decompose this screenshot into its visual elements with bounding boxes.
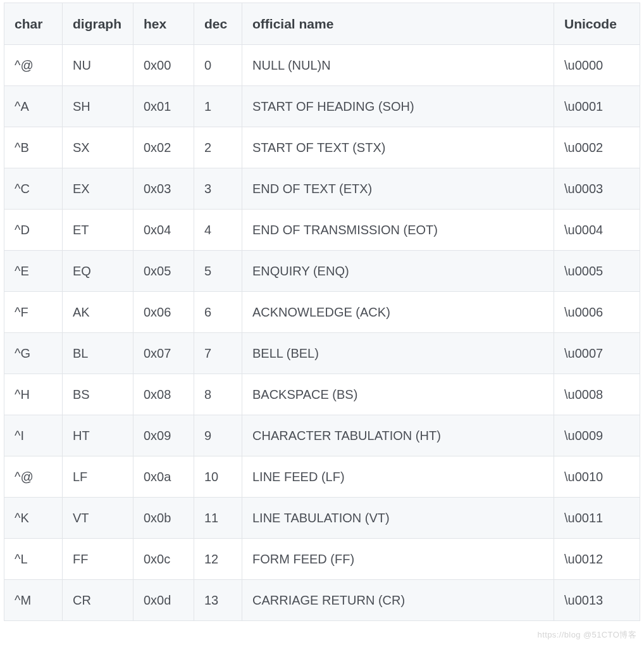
cell-char: ^B (4, 127, 63, 168)
cell-hex: 0x03 (133, 168, 194, 210)
cell-char: ^I (4, 415, 63, 456)
cell-dec: 1 (194, 86, 242, 127)
col-header-dec: dec (194, 3, 242, 45)
cell-hex: 0x08 (133, 374, 194, 415)
cell-dec: 7 (194, 333, 242, 374)
cell-dec: 8 (194, 374, 242, 415)
table-row: ^B SX 0x02 2 START OF TEXT (STX) \u0002 (4, 127, 640, 168)
table-row: ^K VT 0x0b 11 LINE TABULATION (VT) \u001… (4, 498, 640, 539)
cell-hex: 0x0a (133, 456, 194, 498)
cell-char: ^F (4, 292, 63, 333)
cell-name: START OF TEXT (STX) (242, 127, 554, 168)
cell-char: ^A (4, 86, 63, 127)
cell-dec: 12 (194, 539, 242, 580)
cell-unicode: \u0000 (554, 45, 640, 86)
cell-dec: 9 (194, 415, 242, 456)
cell-hex: 0x0c (133, 539, 194, 580)
cell-digraph: AK (63, 292, 133, 333)
table-row: ^G BL 0x07 7 BELL (BEL) \u0007 (4, 333, 640, 374)
cell-char: ^D (4, 210, 63, 251)
cell-char: ^H (4, 374, 63, 415)
cell-char: ^E (4, 251, 63, 292)
cell-unicode: \u0013 (554, 580, 640, 621)
cell-hex: 0x05 (133, 251, 194, 292)
table-row: ^H BS 0x08 8 BACKSPACE (BS) \u0008 (4, 374, 640, 415)
cell-dec: 6 (194, 292, 242, 333)
cell-name: ENQUIRY (ENQ) (242, 251, 554, 292)
header-row: char digraph hex dec official name Unico… (4, 3, 640, 45)
table-row: ^@ LF 0x0a 10 LINE FEED (LF) \u0010 (4, 456, 640, 498)
cell-hex: 0x00 (133, 45, 194, 86)
cell-name: FORM FEED (FF) (242, 539, 554, 580)
cell-unicode: \u0007 (554, 333, 640, 374)
cell-name: ACKNOWLEDGE (ACK) (242, 292, 554, 333)
cell-unicode: \u0005 (554, 251, 640, 292)
cell-dec: 11 (194, 498, 242, 539)
col-header-name: official name (242, 3, 554, 45)
cell-name: LINE TABULATION (VT) (242, 498, 554, 539)
cell-digraph: BS (63, 374, 133, 415)
table-row: ^C EX 0x03 3 END OF TEXT (ETX) \u0003 (4, 168, 640, 210)
cell-name: END OF TRANSMISSION (EOT) (242, 210, 554, 251)
table-row: ^F AK 0x06 6 ACKNOWLEDGE (ACK) \u0006 (4, 292, 640, 333)
cell-name: BELL (BEL) (242, 333, 554, 374)
cell-char: ^L (4, 539, 63, 580)
col-header-digraph: digraph (63, 3, 133, 45)
cell-digraph: NU (63, 45, 133, 86)
cell-hex: 0x01 (133, 86, 194, 127)
table-row: ^@ NU 0x00 0 NULL (NUL)N \u0000 (4, 45, 640, 86)
cell-name: CARRIAGE RETURN (CR) (242, 580, 554, 621)
cell-char: ^M (4, 580, 63, 621)
cell-unicode: \u0006 (554, 292, 640, 333)
cell-digraph: VT (63, 498, 133, 539)
cell-name: NULL (NUL)N (242, 45, 554, 86)
table-head: char digraph hex dec official name Unico… (4, 3, 640, 45)
cell-digraph: CR (63, 580, 133, 621)
cell-hex: 0x0d (133, 580, 194, 621)
cell-dec: 2 (194, 127, 242, 168)
cell-hex: 0x09 (133, 415, 194, 456)
cell-hex: 0x07 (133, 333, 194, 374)
ascii-digraph-table: char digraph hex dec official name Unico… (4, 3, 640, 621)
cell-unicode: \u0009 (554, 415, 640, 456)
table-row: ^M CR 0x0d 13 CARRIAGE RETURN (CR) \u001… (4, 580, 640, 621)
col-header-hex: hex (133, 3, 194, 45)
cell-digraph: ET (63, 210, 133, 251)
table-wrapper: char digraph hex dec official name Unico… (0, 0, 644, 624)
cell-name: CHARACTER TABULATION (HT) (242, 415, 554, 456)
cell-unicode: \u0012 (554, 539, 640, 580)
cell-hex: 0x04 (133, 210, 194, 251)
cell-digraph: HT (63, 415, 133, 456)
cell-digraph: BL (63, 333, 133, 374)
cell-name: START OF HEADING (SOH) (242, 86, 554, 127)
cell-name: BACKSPACE (BS) (242, 374, 554, 415)
cell-digraph: EX (63, 168, 133, 210)
cell-dec: 5 (194, 251, 242, 292)
table-row: ^A SH 0x01 1 START OF HEADING (SOH) \u00… (4, 86, 640, 127)
cell-name: LINE FEED (LF) (242, 456, 554, 498)
cell-dec: 0 (194, 45, 242, 86)
cell-digraph: FF (63, 539, 133, 580)
col-header-unicode: Unicode (554, 3, 640, 45)
cell-unicode: \u0004 (554, 210, 640, 251)
col-header-char: char (4, 3, 63, 45)
cell-dec: 3 (194, 168, 242, 210)
cell-char: ^G (4, 333, 63, 374)
cell-dec: 13 (194, 580, 242, 621)
cell-unicode: \u0011 (554, 498, 640, 539)
cell-char: ^@ (4, 45, 63, 86)
cell-dec: 10 (194, 456, 242, 498)
cell-hex: 0x0b (133, 498, 194, 539)
cell-hex: 0x06 (133, 292, 194, 333)
table-row: ^E EQ 0x05 5 ENQUIRY (ENQ) \u0005 (4, 251, 640, 292)
cell-digraph: EQ (63, 251, 133, 292)
cell-char: ^@ (4, 456, 63, 498)
table-row: ^I HT 0x09 9 CHARACTER TABULATION (HT) \… (4, 415, 640, 456)
cell-digraph: SX (63, 127, 133, 168)
table-body: ^@ NU 0x00 0 NULL (NUL)N \u0000 ^A SH 0x… (4, 45, 640, 621)
cell-unicode: \u0008 (554, 374, 640, 415)
cell-char: ^K (4, 498, 63, 539)
cell-unicode: \u0001 (554, 86, 640, 127)
cell-digraph: LF (63, 456, 133, 498)
table-row: ^L FF 0x0c 12 FORM FEED (FF) \u0012 (4, 539, 640, 580)
